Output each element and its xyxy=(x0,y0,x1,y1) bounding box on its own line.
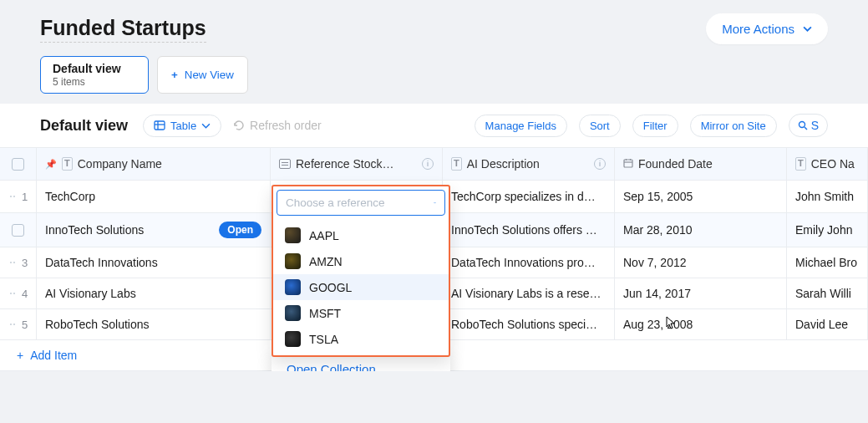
cell-company[interactable]: DataTech Innovations xyxy=(37,247,271,278)
reference-search-input[interactable] xyxy=(286,196,427,209)
cell-ceo[interactable]: Emily John xyxy=(787,213,868,247)
stock-thumb-icon xyxy=(285,305,301,321)
row-number: 3 xyxy=(0,247,37,278)
col-label: Founded Date xyxy=(638,157,713,171)
mirror-button[interactable]: Mirror on Site xyxy=(690,115,777,137)
col-reference[interactable]: Reference Stock… i xyxy=(271,148,443,180)
dropdown-option[interactable]: MSFT xyxy=(273,300,449,326)
select-all-checkbox[interactable] xyxy=(12,158,24,171)
search-button[interactable]: S xyxy=(789,114,828,137)
num: 5 xyxy=(22,319,28,331)
cell-description[interactable]: InnoTech Solutions offers … xyxy=(443,213,615,247)
svg-rect-0 xyxy=(155,121,165,130)
text-type-icon: T xyxy=(795,157,806,170)
add-item-label: Add Item xyxy=(30,349,77,362)
search-hint: S xyxy=(811,119,819,132)
refresh-icon xyxy=(233,120,245,131)
reference-input-wrap[interactable] xyxy=(277,190,445,216)
info-icon[interactable]: i xyxy=(422,158,434,170)
cell-founded[interactable]: Sep 15, 2005 xyxy=(615,181,787,212)
sort-button[interactable]: Sort xyxy=(579,115,621,137)
col-description[interactable]: T AI Description i xyxy=(443,148,615,180)
chevron-down-icon xyxy=(803,24,812,33)
drag-handle-icon[interactable] xyxy=(8,293,17,294)
dropdown-option[interactable]: GOOGL xyxy=(273,274,449,300)
new-view-label: New View xyxy=(185,69,234,81)
row-number: 4 xyxy=(0,278,37,308)
num: 4 xyxy=(22,288,28,300)
dropdown-option[interactable]: AMZN xyxy=(273,248,449,274)
cell-company[interactable]: InnoTech Solutions Open xyxy=(37,213,271,247)
row-number: 5 xyxy=(0,309,37,339)
cell-ceo[interactable]: Sarah Willi xyxy=(787,278,868,308)
open-row-button[interactable]: Open xyxy=(219,222,261,238)
table-header: 📌 T Company Name Reference Stock… i T AI… xyxy=(0,148,868,181)
row-number: 1 xyxy=(0,181,37,212)
cell-company[interactable]: TechCorp xyxy=(37,181,271,212)
dropdown-list: AAPL AMZN GOOGL MSFT TSLA xyxy=(273,219,449,355)
svg-rect-5 xyxy=(624,160,632,167)
col-label: CEO Na xyxy=(811,157,855,171)
more-actions-label: More Actions xyxy=(722,22,794,36)
chevron-down-icon xyxy=(201,121,211,130)
calendar-icon xyxy=(623,158,633,171)
reference-icon xyxy=(279,159,291,169)
cell-founded[interactable]: Mar 28, 2010 xyxy=(615,213,787,247)
cell-description[interactable]: RoboTech Solutions speci… xyxy=(443,309,615,339)
col-ceo[interactable]: T CEO Na xyxy=(787,148,868,180)
default-view-card[interactable]: Default view 5 items xyxy=(40,56,149,94)
table: 📌 T Company Name Reference Stock… i T AI… xyxy=(0,148,868,371)
col-label: Reference Stock… xyxy=(296,157,394,171)
views-row: Default view 5 items + New View xyxy=(40,56,828,94)
header: Funded Startups More Actions Default vie… xyxy=(0,0,868,104)
drag-handle-icon[interactable] xyxy=(8,324,17,325)
new-view-button[interactable]: + New View xyxy=(157,56,248,94)
table-icon xyxy=(154,120,165,131)
svg-line-4 xyxy=(805,127,807,130)
cell-ceo[interactable]: John Smith xyxy=(787,181,868,212)
dropdown-option[interactable]: AAPL xyxy=(273,222,449,248)
cell-ceo[interactable]: David Lee xyxy=(787,309,868,339)
stock-thumb-icon xyxy=(285,331,301,347)
col-label: Company Name xyxy=(78,157,162,171)
refresh-label: Refresh order xyxy=(250,119,322,132)
plus-icon: + xyxy=(171,69,178,81)
reference-dropdown: AAPL AMZN GOOGL MSFT TSLA xyxy=(272,185,450,357)
pin-icon: 📌 xyxy=(45,159,57,170)
cell-description[interactable]: AI Visionary Labs is a rese… xyxy=(443,278,615,308)
cell-company[interactable]: AI Visionary Labs xyxy=(37,278,271,308)
page-title: Funded Startups xyxy=(40,16,206,43)
title-row: Funded Startups More Actions xyxy=(40,13,828,44)
stock-thumb-icon xyxy=(285,279,301,295)
more-actions-button[interactable]: More Actions xyxy=(706,13,828,44)
stock-thumb-icon xyxy=(285,253,301,269)
col-company[interactable]: 📌 T Company Name xyxy=(37,148,271,180)
chevron-down-icon[interactable] xyxy=(434,198,436,207)
select-all-cell xyxy=(0,148,37,180)
toolbar-view-name: Default view xyxy=(40,117,128,135)
svg-point-3 xyxy=(799,122,805,128)
dropdown-option[interactable]: TSLA xyxy=(273,326,449,352)
row-checkbox[interactable] xyxy=(12,224,24,237)
cell-founded[interactable]: Jun 14, 2017 xyxy=(615,278,787,308)
row-select-cell xyxy=(0,213,37,247)
stock-thumb-icon xyxy=(285,227,301,243)
filter-button[interactable]: Filter xyxy=(632,115,678,137)
manage-fields-button[interactable]: Manage Fields xyxy=(475,115,567,137)
col-founded[interactable]: Founded Date xyxy=(615,148,787,180)
cell-founded[interactable]: Aug 23, 2008 xyxy=(615,309,787,339)
plus-icon: + xyxy=(17,349,23,362)
cell-description[interactable]: DataTech Innovations pro… xyxy=(443,247,615,278)
cell-company[interactable]: RoboTech Solutions xyxy=(37,309,271,339)
cell-founded[interactable]: Nov 7, 2012 xyxy=(615,247,787,278)
view-type-label: Table xyxy=(170,120,196,132)
cell-ceo[interactable]: Michael Bro xyxy=(787,247,868,278)
view-name: Default view xyxy=(53,62,136,75)
cell-description[interactable]: TechCorp specializes in d… xyxy=(443,181,615,212)
search-icon xyxy=(798,120,808,130)
refresh-order-button[interactable]: Refresh order xyxy=(233,119,322,132)
drag-handle-icon[interactable] xyxy=(8,262,17,263)
drag-handle-icon[interactable] xyxy=(8,196,17,197)
view-type-selector[interactable]: Table xyxy=(143,115,221,137)
info-icon[interactable]: i xyxy=(594,158,606,170)
